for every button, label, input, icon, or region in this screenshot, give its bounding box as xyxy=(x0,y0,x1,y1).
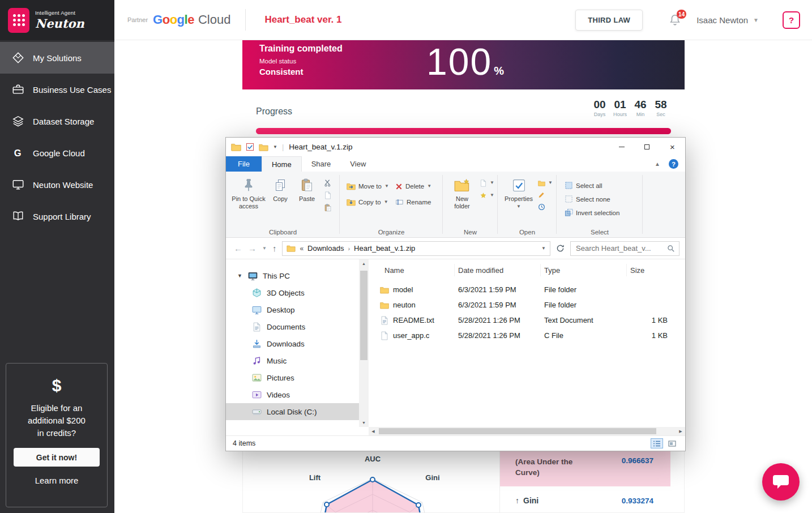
scrollbar-thumb[interactable] xyxy=(360,271,367,360)
app-logo[interactable]: Intelligent Agent Neuton xyxy=(0,0,114,40)
learn-more-link[interactable]: Learn more xyxy=(6,476,107,485)
paste-button[interactable]: Paste xyxy=(294,174,320,228)
tab-share[interactable]: Share xyxy=(302,156,341,172)
properties-button[interactable]: Properties ▼ xyxy=(502,174,535,228)
open-button[interactable]: ▼ xyxy=(538,179,553,187)
rename-button[interactable]: Rename xyxy=(395,198,441,206)
thumbnail-view-button[interactable] xyxy=(666,438,678,448)
file-row-user-app[interactable]: user_app.c 5/28/2021 1:26 PM C File 1 KB xyxy=(375,328,683,343)
tree-scrollbar[interactable]: ▲ ▼ xyxy=(359,259,369,427)
cut-icon[interactable] xyxy=(324,179,332,187)
tab-file[interactable]: File xyxy=(226,156,262,172)
file-row-model[interactable]: model 6/3/2021 1:59 PM File folder xyxy=(375,282,683,297)
hscrollbar-thumb[interactable] xyxy=(379,428,656,434)
sidebar-item-dataset-storage[interactable]: Dataset Storage xyxy=(0,105,114,137)
sidebar-item-neuton-website[interactable]: Neuton Website xyxy=(0,169,114,200)
tree-item-music[interactable]: Music xyxy=(226,352,359,369)
collapse-ribbon-icon[interactable]: ▲ xyxy=(655,161,660,167)
scroll-right-icon[interactable]: ▶ xyxy=(676,429,685,434)
history-button[interactable] xyxy=(538,203,553,211)
explorer-titlebar[interactable]: ▼ | Heart_beat_v.1.zip × xyxy=(226,138,685,156)
ribbon-help-icon[interactable]: ? xyxy=(669,159,678,169)
up-button[interactable]: ↑ xyxy=(272,243,277,253)
move-to-button[interactable]: Move to ▼ xyxy=(347,182,393,190)
column-header-type[interactable]: Type xyxy=(541,264,627,276)
tree-item-this-pc[interactable]: ▼ This PC xyxy=(226,267,359,284)
new-item-button[interactable]: ▼ xyxy=(480,179,494,187)
google-letter: g xyxy=(177,12,185,27)
auc-metric-row[interactable]: (Area Under the Curve) 0.966637 xyxy=(500,451,670,486)
breadcrumb-parent[interactable]: Downloads xyxy=(307,244,344,253)
maximize-button[interactable] xyxy=(634,138,660,156)
chat-widget-button[interactable] xyxy=(762,463,800,501)
pin-to-quick-access-button[interactable]: Pin to Quick access xyxy=(230,174,267,228)
history-dropdown-icon[interactable]: ▼ xyxy=(262,246,267,251)
delete-button[interactable]: Delete ▼ xyxy=(395,182,441,190)
file-row-readme[interactable]: README.txt 5/28/2021 1:26 PM Text Docume… xyxy=(375,313,683,328)
refresh-icon[interactable] xyxy=(556,244,565,253)
back-button[interactable]: ← xyxy=(234,243,242,253)
copy-path-icon[interactable] xyxy=(324,191,332,199)
tree-item-downloads[interactable]: Downloads xyxy=(226,335,359,352)
collapsed-crumbs-icon[interactable]: « xyxy=(300,245,304,253)
tree-item-3d-objects[interactable]: 3D Objects xyxy=(226,284,359,301)
invert-selection-button[interactable]: Invert selection xyxy=(565,208,640,217)
file-row-neuton[interactable]: neuton 6/3/2021 1:59 PM File folder xyxy=(375,297,683,313)
notifications-button[interactable]: 14 xyxy=(669,14,681,26)
column-header-date-modified[interactable]: Date modified xyxy=(455,264,541,276)
edit-button[interactable] xyxy=(538,191,553,199)
scroll-up-icon[interactable]: ▲ xyxy=(359,259,369,268)
sidebar-item-google-cloud[interactable]: G Google Cloud xyxy=(0,137,114,169)
google-cloud-logo[interactable]: G o o g l e Cloud xyxy=(153,12,230,27)
gini-metric-row[interactable]: ↑ Gini 0.933274 xyxy=(500,496,670,505)
hscroll-spacer xyxy=(226,427,369,435)
new-folder-button[interactable]: New folder xyxy=(447,174,477,228)
quick-access-check-icon[interactable] xyxy=(246,143,254,151)
tree-item-documents[interactable]: Documents xyxy=(226,318,359,335)
user-menu[interactable]: Isaac Newton ▼ xyxy=(696,15,759,25)
sidebar-item-my-solutions[interactable]: My Solutions xyxy=(0,42,114,74)
tab-view[interactable]: View xyxy=(340,156,375,172)
select-none-button[interactable]: Select none xyxy=(565,195,640,203)
quick-access-folder-icon[interactable] xyxy=(259,143,268,151)
file-list-hscrollbar[interactable]: ◀ ▶ xyxy=(369,427,685,435)
search-icon[interactable] xyxy=(667,245,675,253)
forward-button[interactable]: → xyxy=(248,243,257,253)
paste-shortcut-icon[interactable] xyxy=(324,204,332,212)
column-header-size[interactable]: Size xyxy=(627,264,673,276)
horizontal-scroll-row: ◀ ▶ xyxy=(226,427,685,435)
scroll-down-icon[interactable]: ▼ xyxy=(359,418,369,427)
details-view-button[interactable] xyxy=(651,438,663,448)
tree-item-pictures[interactable]: Pictures xyxy=(226,369,359,386)
sidebar-item-business-use-cases[interactable]: Business Use Cases xyxy=(0,74,114,105)
address-dropdown-icon[interactable]: ▼ xyxy=(541,246,546,251)
expand-icon[interactable]: ▼ xyxy=(237,273,243,279)
breadcrumb-current[interactable]: Heart_beat_v.1.zip xyxy=(354,244,415,253)
get-it-now-button[interactable]: Get it now! xyxy=(14,448,100,467)
search-input[interactable] xyxy=(575,243,667,253)
copy-button[interactable]: Copy xyxy=(268,174,293,228)
qat-dropdown-icon[interactable]: ▼ xyxy=(273,144,277,149)
file-date: 5/28/2021 1:26 PM xyxy=(455,331,541,340)
easy-access-button[interactable]: ▼ xyxy=(480,191,494,199)
sidebar-nav: My Solutions Business Use Cases Dataset … xyxy=(0,40,114,232)
tree-item-desktop[interactable]: Desktop xyxy=(226,301,359,318)
column-header-name[interactable]: Name xyxy=(375,264,455,276)
scrollbar-track[interactable] xyxy=(359,268,369,418)
help-button[interactable]: ? xyxy=(783,11,800,29)
tree-item-videos[interactable]: Videos xyxy=(226,386,359,403)
search-box[interactable] xyxy=(570,241,679,256)
address-folder-icon xyxy=(287,245,296,252)
tree-item-local-disk-c[interactable]: Local Disk (C:) xyxy=(226,403,359,420)
address-bar[interactable]: « Downloads › Heart_beat_v.1.zip ▼ xyxy=(282,241,550,256)
scroll-left-icon[interactable]: ◀ xyxy=(369,429,378,434)
google-cloud-word: Cloud xyxy=(198,12,230,27)
select-all-button[interactable]: Select all xyxy=(565,181,640,190)
tab-home[interactable]: Home xyxy=(262,156,302,172)
copy-to-button[interactable]: Copy to ▼ xyxy=(347,198,393,206)
sidebar-item-support-library[interactable]: Support Library xyxy=(0,200,114,232)
hscrollbar-track[interactable] xyxy=(378,427,676,435)
third-law-button[interactable]: THIRD LAW xyxy=(575,10,643,31)
minimize-button[interactable] xyxy=(609,138,634,156)
close-button[interactable]: × xyxy=(660,138,685,156)
